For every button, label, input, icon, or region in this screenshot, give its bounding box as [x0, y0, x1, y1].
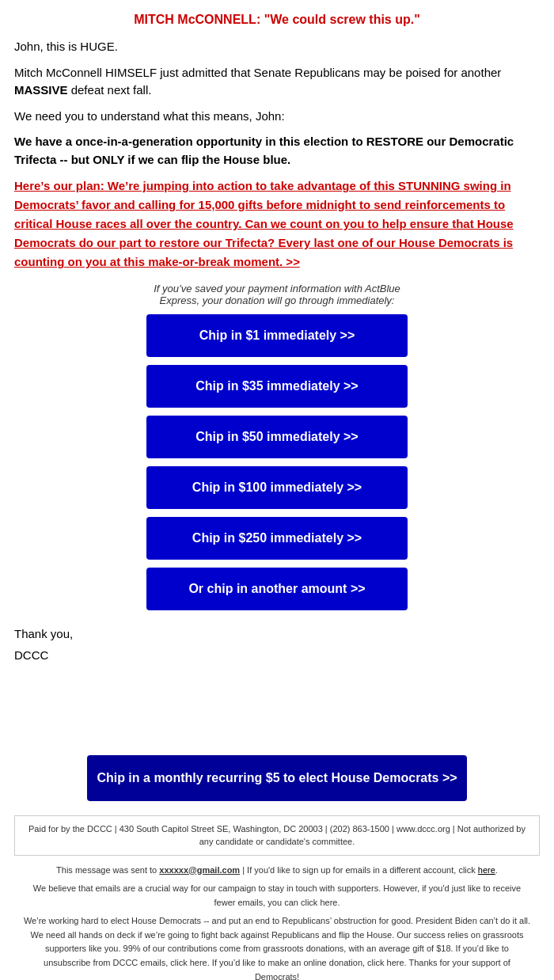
thank-you-text: Thank you,	[14, 625, 540, 644]
paragraph-5-link[interactable]: Here’s our plan: We’re jumping into acti…	[14, 177, 540, 272]
recurring-section: Chip in a monthly recurring $5 to elect …	[14, 755, 540, 801]
chip-35-button[interactable]: Chip in $35 immediately >>	[146, 365, 408, 408]
footer-paid-for: Paid for by the DCCC | 430 South Capitol…	[14, 815, 540, 856]
paragraph-2-normal: Mitch McConnell HIMSELF just admitted th…	[14, 66, 501, 79]
chip-50-button[interactable]: Chip in $50 immediately >>	[146, 416, 408, 458]
paragraph-4: We have a once-in-a-generation opportuni…	[14, 133, 540, 169]
spacer	[14, 676, 540, 755]
recurring-button[interactable]: Chip in a monthly recurring $5 to elect …	[87, 755, 467, 801]
donate-buttons-group: Chip in $1 immediately >> Chip in $35 im…	[14, 314, 540, 610]
paragraph-3: We need you to understand what this mean…	[14, 108, 540, 126]
actblue-note: If you’ve saved your payment information…	[14, 283, 540, 306]
chip-other-button[interactable]: Or chip in another amount >>	[146, 568, 408, 610]
chip-1-button[interactable]: Chip in $1 immediately >>	[146, 314, 408, 357]
chip-100-button[interactable]: Chip in $100 immediately >>	[146, 466, 408, 509]
chip-250-button[interactable]: Chip in $250 immediately >>	[146, 517, 408, 560]
footer-here-link-1[interactable]: here	[478, 865, 495, 875]
headline: MITCH McCONNELL: "We could screw this up…	[14, 13, 540, 27]
footer-line2: We believe that emails are a crucial way…	[14, 882, 540, 910]
footer-line3: We’re working hard to elect House Democr…	[14, 914, 540, 980]
signature-text: DCCC	[14, 647, 540, 665]
footer-email: xxxxxx@gmail.com	[159, 865, 240, 875]
paragraph-2-end: defeat next fall.	[68, 83, 152, 97]
paragraph-1: John, this is HUGE.	[14, 38, 540, 56]
footer-sent-to: This message was sent to xxxxxx@gmail.co…	[14, 864, 540, 878]
paragraph-2: Mitch McConnell HIMSELF just admitted th…	[14, 64, 540, 100]
paragraph-2-bold: MASSIVE	[14, 83, 68, 97]
